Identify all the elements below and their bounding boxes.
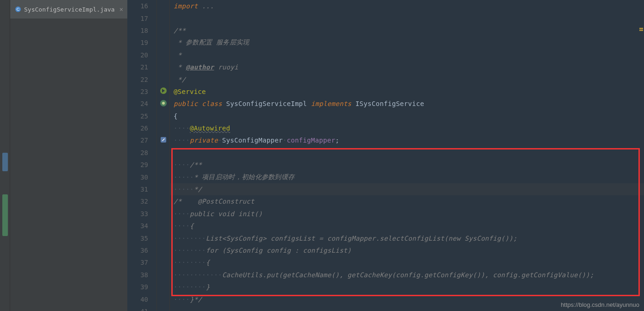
gutter-icon-cell — [157, 49, 169, 61]
close-icon[interactable]: × — [119, 6, 123, 13]
code-line[interactable]: ····{ — [170, 220, 644, 232]
code-line[interactable]: ········for (SysConfig config : configsL… — [170, 244, 644, 256]
line-number-gutter[interactable]: 1617181920212223242526272829303132333435… — [127, 0, 157, 311]
gutter-icon-cell — [157, 159, 169, 171]
code-line[interactable]: */ — [170, 73, 644, 85]
line-number: 33 — [127, 210, 156, 218]
code-line[interactable]: ········} — [170, 281, 644, 293]
left-indicator — [2, 153, 8, 171]
code-line[interactable]: ········{ — [170, 256, 644, 268]
gutter-icon-cell — [157, 232, 169, 244]
line-number: 35 — [127, 235, 156, 242]
line-number: 38 — [127, 271, 156, 279]
code-editor[interactable]: 1617181920212223242526272829303132333435… — [127, 0, 644, 311]
code-line[interactable]: ····public void init() — [170, 208, 644, 220]
line-number: 27 — [127, 137, 156, 144]
line-number: 31 — [127, 186, 156, 193]
code-line[interactable]: ·····*/ — [170, 183, 644, 195]
line-number: 37 — [127, 259, 156, 266]
editor-tabs: C SysConfigServiceImpl.java × — [10, 0, 127, 19]
gutter-icon-cell — [157, 61, 169, 73]
watermark-text: https://blog.csdn.net/ayunnuo — [561, 301, 639, 308]
line-number: 39 — [127, 283, 156, 291]
line-number: 32 — [127, 198, 156, 205]
line-number: 41 — [127, 308, 156, 311]
gutter-icon-cell — [157, 208, 169, 220]
code-line[interactable]: public class SysConfigServiceImpl implem… — [170, 98, 644, 110]
line-number: 28 — [127, 149, 156, 156]
gutter-icon-cell — [157, 171, 169, 183]
gutter-icon-cell — [157, 98, 169, 110]
code-line[interactable]: ····/** — [170, 159, 644, 171]
gutter-icon-cell — [157, 305, 169, 311]
gutter-icon-cell — [157, 37, 169, 49]
tab-label: SysConfigServiceImpl.java — [24, 6, 115, 13]
line-number: 34 — [127, 222, 156, 230]
line-number: 23 — [127, 88, 156, 95]
line-number: 22 — [127, 76, 156, 83]
line-number: 30 — [127, 174, 156, 181]
code-line[interactable]: import ... — [170, 0, 644, 12]
code-line[interactable]: ····private·SysConfigMapper·configMapper… — [170, 134, 644, 146]
gutter-icon-cell — [157, 0, 169, 12]
code-line[interactable]: ············CacheUtils.put(getCacheName(… — [170, 269, 644, 281]
gutter-icon-cell — [157, 269, 169, 281]
code-line[interactable]: * @author ruoyi — [170, 61, 644, 73]
java-class-icon: C — [15, 6, 21, 12]
gutter-icon-cell — [157, 147, 169, 159]
code-line[interactable]: * 参数配置 服务层实现 — [170, 37, 644, 49]
gutter-icon-cell — [157, 244, 169, 256]
gutter-icon-cell — [157, 25, 169, 37]
code-line[interactable]: * — [170, 49, 644, 61]
svg-point-4 — [162, 102, 165, 105]
code-line[interactable]: ····@Autowired — [170, 122, 644, 134]
line-number: 36 — [127, 247, 156, 254]
line-number: 19 — [127, 39, 156, 46]
bean-icon[interactable] — [160, 100, 167, 108]
gutter-icon-cell — [157, 256, 169, 268]
line-number: 18 — [127, 27, 156, 34]
code-line[interactable]: @Service — [170, 86, 644, 98]
gutter-icon-cell — [157, 86, 169, 98]
tab-sysconfigserviceimpl[interactable]: C SysConfigServiceImpl.java × — [10, 0, 127, 19]
line-number: 25 — [127, 112, 156, 120]
scroll-marker — [639, 28, 643, 29]
project-panel-empty — [10, 19, 127, 311]
code-area[interactable]: import .../** * 参数配置 服务层实现 * * @author r… — [170, 0, 644, 311]
svg-text:C: C — [17, 7, 20, 12]
code-line[interactable]: /** — [170, 25, 644, 37]
line-number: 17 — [127, 15, 156, 22]
code-line[interactable] — [170, 147, 644, 159]
line-number: 24 — [127, 100, 156, 107]
gutter-icon-cell — [157, 293, 169, 305]
gutter-icon-cell — [157, 195, 169, 207]
gutter-icon-cell — [157, 73, 169, 85]
line-number: 26 — [127, 124, 156, 132]
icon-gutter[interactable] — [157, 0, 170, 311]
line-number: 40 — [127, 296, 156, 303]
gutter-icon-cell — [157, 281, 169, 293]
gutter-icon-cell — [157, 220, 169, 232]
line-number: 16 — [127, 2, 156, 10]
left-indicator — [2, 194, 8, 236]
code-line[interactable]: /* @PostConstruct — [170, 195, 644, 207]
code-line[interactable]: ·····* 项目启动时，初始化参数到缓存 — [170, 171, 644, 183]
gutter-icon-cell — [157, 134, 169, 146]
svc-icon[interactable] — [160, 87, 167, 96]
scroll-marker — [639, 30, 643, 31]
gutter-icon-cell — [157, 122, 169, 134]
gutter-icon-cell — [157, 183, 169, 195]
line-number: 21 — [127, 63, 156, 71]
gutter-icon-cell — [157, 110, 169, 122]
line-number: 20 — [127, 51, 156, 59]
code-line[interactable] — [170, 12, 644, 24]
code-line[interactable]: { — [170, 110, 644, 122]
edit-icon[interactable] — [160, 136, 167, 145]
line-number: 29 — [127, 161, 156, 168]
gutter-icon-cell — [157, 12, 169, 24]
tool-window-bar[interactable] — [0, 0, 10, 311]
code-line[interactable]: ········List<SysConfig> configsList = co… — [170, 232, 644, 244]
